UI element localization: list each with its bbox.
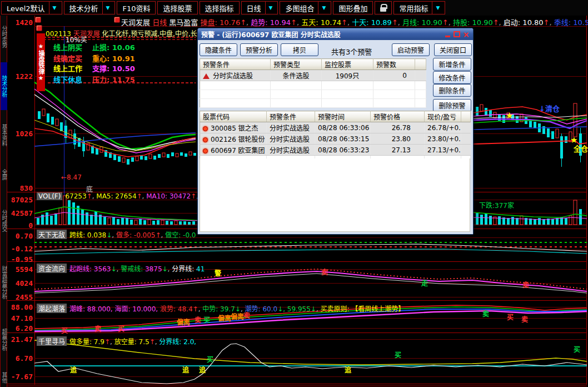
hide-condition-button[interactable]: 隐藏条件 bbox=[200, 43, 237, 56]
empty-row bbox=[200, 81, 426, 90]
menu-item-chart-overlay[interactable]: 图形叠加 bbox=[333, 1, 373, 14]
axis-label: 88.00 bbox=[7, 303, 33, 311]
panel-title: VOL(F) bbox=[37, 192, 62, 200]
signal-marker: 买 bbox=[207, 354, 213, 364]
chevron-down-icon[interactable]: ▼ bbox=[318, 2, 326, 14]
alert-count-text: 共有3个预警 bbox=[331, 46, 372, 57]
panel-title: 天下无敌 bbox=[37, 230, 67, 239]
column-header[interactable]: 股票代码 bbox=[200, 111, 267, 122]
sidebar: 分时走势 技术分析 基本资料 全屏 分时成交 财富超赢分析 超赢分析 其他 bbox=[0, 16, 7, 387]
stock-code-name: 600697 欧亚集团 bbox=[211, 147, 265, 155]
menu-item-multi-chart[interactable]: 多图组合▼ bbox=[280, 1, 331, 14]
menu-item-common-indicators[interactable]: 常用指标▼ bbox=[393, 1, 445, 14]
brand-label: 黑马盈富 bbox=[169, 18, 200, 26]
alert-row[interactable]: 600697 欧亚集团 分时实战选股 08/28 06:33:23 27.13 … bbox=[200, 145, 471, 156]
decliners-count-label: 下跌:377家 bbox=[479, 200, 514, 210]
column-header[interactable]: 预警数 bbox=[373, 59, 415, 70]
column-header[interactable]: 监控股票 bbox=[322, 59, 373, 70]
dialog-body: 隐藏条件 预警分析 拷贝 共有3个预警 启动预警 关闭窗口 预警条件 预警类型 … bbox=[198, 40, 473, 234]
signal-marker: 追 bbox=[70, 365, 77, 374]
menu-item-level2[interactable]: Level2默认▼ bbox=[1, 1, 62, 14]
signal-value: 止损: 10.06 bbox=[92, 42, 135, 52]
delete-alert-button[interactable]: 删除预警 bbox=[433, 99, 471, 112]
signal-marker: 买 bbox=[395, 350, 401, 359]
lock-button[interactable] bbox=[375, 1, 392, 14]
chevron-down-icon[interactable]: ▼ bbox=[432, 2, 440, 14]
stock-name: 天润发展 bbox=[121, 18, 152, 26]
menu-item-f10-info[interactable]: F10资料 bbox=[117, 1, 156, 14]
alarm-icon bbox=[114, 17, 120, 23]
alert-analysis-button[interactable]: 预警分析 bbox=[240, 43, 278, 56]
sidebar-item-superwin[interactable]: 超赢分析 bbox=[1, 320, 7, 359]
column-header[interactable]: 预警类型 bbox=[271, 59, 322, 70]
condition-row[interactable]: 分时实战选股 条件选股 1909只 0 bbox=[200, 70, 426, 81]
sidebar-item-tick-trades[interactable]: 分时成交 bbox=[1, 204, 7, 238]
axis-label: 47.10 bbox=[7, 314, 33, 322]
clear-position-label: ↓清仓 bbox=[539, 103, 560, 113]
axis-label: -0.95 bbox=[7, 255, 33, 264]
axis-label: 5594 bbox=[7, 265, 33, 274]
axis-label: 21.47 bbox=[7, 335, 33, 344]
delete-condition-button[interactable]: 删除条件 bbox=[433, 84, 471, 97]
panel-title: 资金流向 bbox=[37, 264, 67, 273]
column-header[interactable]: 预警时间 bbox=[315, 111, 371, 122]
alert-bell-icon bbox=[203, 73, 210, 79]
column-header[interactable]: 预警条件 bbox=[200, 59, 271, 70]
stock-tags: 化工化纤,预亏预减,中盘,中价,长 bbox=[102, 30, 197, 38]
chevron-down-icon[interactable]: ▼ bbox=[49, 2, 57, 14]
dialog-titlebar[interactable]: 预警 - (运行)600697 欧亚集团 分时实战选股 × bbox=[198, 28, 473, 40]
sidebar-item-wealth-superwin[interactable]: 财富超赢分析 bbox=[1, 255, 7, 310]
column-header[interactable]: 现价/盈亏 bbox=[425, 111, 461, 122]
column-header[interactable]: 预警价格 bbox=[371, 111, 425, 122]
axis-label: 6.70 bbox=[7, 354, 33, 363]
sidebar-item-other[interactable]: 其他 bbox=[1, 369, 7, 386]
metric: 五天: 10.74 bbox=[301, 18, 341, 26]
full-position-label: 全仓 bbox=[574, 143, 588, 153]
empty-row bbox=[200, 90, 426, 99]
signal-text: 线上阴买 bbox=[53, 42, 82, 52]
chevron-down-icon[interactable]: ▼ bbox=[265, 2, 273, 14]
signal-marker: 买 bbox=[61, 325, 68, 335]
signal-value: 压力: 11.75 bbox=[92, 74, 135, 85]
modify-condition-button[interactable]: 修改条件 bbox=[433, 71, 471, 84]
column-header[interactable]: 预警条件 bbox=[267, 111, 315, 122]
axis-label: 2455 bbox=[7, 293, 33, 301]
alert-row[interactable]: 300085 银之杰 分时实战选股 08/28 06:33:06 26.78 2… bbox=[200, 122, 471, 133]
metric: 操盘: 10.76 bbox=[200, 18, 240, 26]
menu-item-period-daily[interactable]: 日线▼ bbox=[241, 1, 278, 14]
zjlx-indicator-row: 资金流向起跑线: 3563↓, 警戒线: 3875↓, 分界线: 41 bbox=[37, 264, 205, 273]
alert-sun-icon bbox=[203, 148, 208, 153]
period-label: 日线 bbox=[152, 18, 169, 26]
menu-item-select-stock[interactable]: 选择股票 bbox=[157, 1, 197, 14]
axis-label: -0.12 bbox=[7, 245, 33, 253]
close-window-button[interactable]: 关闭窗口 bbox=[434, 43, 472, 56]
start-alert-button[interactable]: 启动预警 bbox=[392, 43, 430, 56]
alert-row[interactable]: 002126 银轮股份 分时实战选股 08/28 06:33:15 23.80 … bbox=[200, 133, 471, 145]
qlxm-indicator-row: 千里寻马做多量: 7.9↑, 放空量: 7.5↑, 分界线: 2.0, bbox=[37, 336, 196, 346]
panel-title: 千里寻马 bbox=[37, 336, 67, 346]
alert-sun-icon bbox=[203, 137, 208, 142]
close-icon[interactable]: × bbox=[462, 31, 470, 38]
signal-marker: 卖 bbox=[522, 280, 529, 289]
signal-marker: 买 bbox=[574, 344, 580, 354]
axis-label: 87025 bbox=[7, 196, 33, 204]
maximize-icon[interactable] bbox=[454, 31, 460, 37]
menu-item-select-indicator[interactable]: 选择指标 bbox=[200, 1, 240, 14]
sidebar-item-basic-info[interactable]: 基本资料 bbox=[1, 115, 7, 156]
txwd-indicator-row: 天下无敌跨线: 0.038↓, 做多: -0.005↑, 做空: -0.0 bbox=[37, 230, 196, 239]
signal-marker: 偏离 bbox=[218, 313, 231, 322]
menu-item-technical-analysis[interactable]: 技术分析▼ bbox=[64, 1, 116, 14]
axis-label: 0.70 bbox=[7, 232, 33, 240]
signal-marker: 偏离 bbox=[231, 311, 244, 321]
chevron-down-icon[interactable]: ▼ bbox=[102, 2, 110, 14]
add-condition-button[interactable]: 新增条件 bbox=[433, 58, 471, 71]
metric: 趋势: 10.94 bbox=[251, 18, 291, 26]
cqcl-indicator-row: 潮起潮落潮峰: 88.000, 海面: 10.000, 浪势: 48.4↑, 中… bbox=[37, 304, 405, 313]
sidebar-item-technical-analysis[interactable]: 技术分析 bbox=[1, 62, 7, 110]
copy-button[interactable]: 拷贝 bbox=[281, 43, 318, 56]
minimize-icon[interactable] bbox=[444, 31, 451, 38]
window-controls: × bbox=[444, 31, 470, 38]
sidebar-item-fullscreen[interactable]: 全屏 bbox=[1, 163, 7, 186]
signal-marker: 警 bbox=[215, 268, 221, 277]
signal-marker: 卖 bbox=[94, 324, 101, 333]
